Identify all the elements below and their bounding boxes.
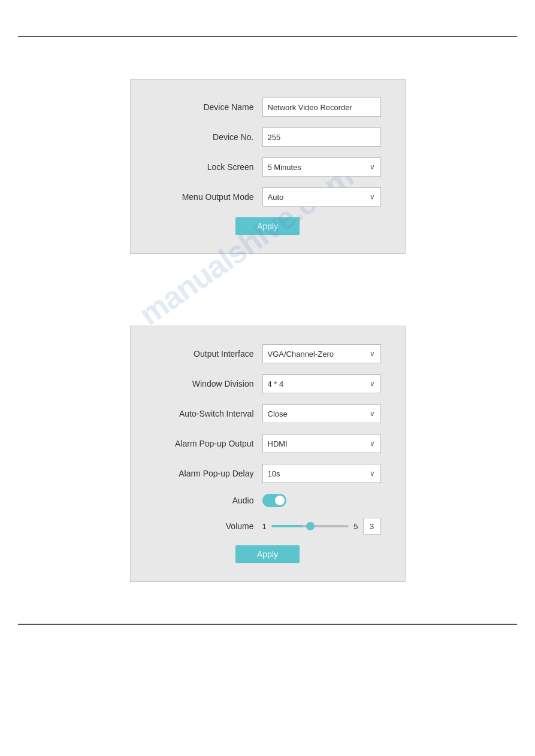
device-name-label: Device Name — [155, 102, 262, 112]
auto-switch-select-wrapper: Close 5s 10s 20s 30s — [262, 404, 381, 423]
volume-row: Volume 1 5 3 — [155, 518, 381, 535]
device-name-input[interactable] — [262, 98, 381, 117]
alarm-popup-output-select-wrapper: HDMI VGA Auto — [262, 434, 381, 453]
panel1-apply-button[interactable]: Apply — [235, 217, 300, 235]
alarm-popup-delay-row: Alarm Pop-up Delay 10s 5s 15s 20s 30s — [155, 464, 381, 483]
volume-label: Volume — [155, 521, 262, 531]
volume-value-box: 3 — [363, 518, 381, 535]
lock-screen-select[interactable]: 5 Minutes Never 1 Minute 2 Minutes 10 Mi… — [262, 157, 381, 177]
device-no-label: Device No. — [155, 132, 262, 142]
menu-output-select-wrapper: Auto VGA HDMI — [262, 187, 381, 207]
volume-min-label: 1 — [262, 522, 267, 531]
auto-switch-label: Auto-Switch Interval — [155, 409, 262, 418]
auto-switch-select[interactable]: Close 5s 10s 20s 30s — [262, 404, 381, 423]
bottom-divider — [18, 624, 517, 625]
display-settings-panel: Output Interface VGA/Channel-Zero HDMI V… — [130, 326, 406, 582]
output-interface-select-wrapper: VGA/Channel-Zero HDMI VGA — [262, 344, 381, 363]
audio-row: Audio — [155, 494, 381, 507]
output-interface-label: Output Interface — [155, 349, 262, 359]
alarm-popup-delay-select-wrapper: 10s 5s 15s 20s 30s — [262, 464, 381, 483]
output-interface-row: Output Interface VGA/Channel-Zero HDMI V… — [155, 344, 381, 363]
menu-output-select[interactable]: Auto VGA HDMI — [262, 187, 381, 207]
output-interface-select[interactable]: VGA/Channel-Zero HDMI VGA — [262, 344, 381, 363]
lock-screen-select-wrapper: 5 Minutes Never 1 Minute 2 Minutes 10 Mi… — [262, 157, 381, 177]
alarm-popup-delay-select[interactable]: 10s 5s 15s 20s 30s — [262, 464, 381, 483]
lock-screen-row: Lock Screen 5 Minutes Never 1 Minute 2 M… — [155, 157, 381, 177]
volume-slider[interactable] — [271, 525, 349, 527]
alarm-popup-output-label: Alarm Pop-up Output — [155, 439, 262, 448]
alarm-popup-output-select[interactable]: HDMI VGA Auto — [262, 434, 381, 453]
device-no-row: Device No. — [155, 127, 381, 147]
auto-switch-row: Auto-Switch Interval Close 5s 10s 20s 30… — [155, 404, 381, 423]
menu-output-label: Menu Output Mode — [155, 192, 262, 202]
window-division-select-wrapper: 4 * 4 1 * 1 2 * 2 3 * 3 — [262, 374, 381, 393]
device-name-row: Device Name — [155, 98, 381, 117]
device-no-input[interactable] — [262, 127, 381, 147]
window-division-select[interactable]: 4 * 4 1 * 1 2 * 2 3 * 3 — [262, 374, 381, 393]
volume-max-label: 5 — [353, 522, 358, 531]
window-division-row: Window Division 4 * 4 1 * 1 2 * 2 3 * 3 — [155, 374, 381, 393]
panel2-apply-row: Apply — [155, 545, 381, 563]
lock-screen-label: Lock Screen — [155, 162, 262, 172]
alarm-popup-output-row: Alarm Pop-up Output HDMI VGA Auto — [155, 434, 381, 453]
general-settings-panel: Device Name Device No. Lock Screen 5 Min… — [130, 79, 406, 254]
audio-label: Audio — [155, 496, 262, 505]
audio-toggle[interactable] — [262, 494, 286, 507]
panel1-apply-row: Apply — [155, 217, 381, 235]
menu-output-row: Menu Output Mode Auto VGA HDMI — [155, 187, 381, 207]
toggle-slider — [262, 494, 286, 507]
panel2-apply-button[interactable]: Apply — [235, 545, 300, 563]
volume-controls: 1 5 3 — [262, 518, 381, 535]
alarm-popup-delay-label: Alarm Pop-up Delay — [155, 469, 262, 478]
window-division-label: Window Division — [155, 379, 262, 388]
